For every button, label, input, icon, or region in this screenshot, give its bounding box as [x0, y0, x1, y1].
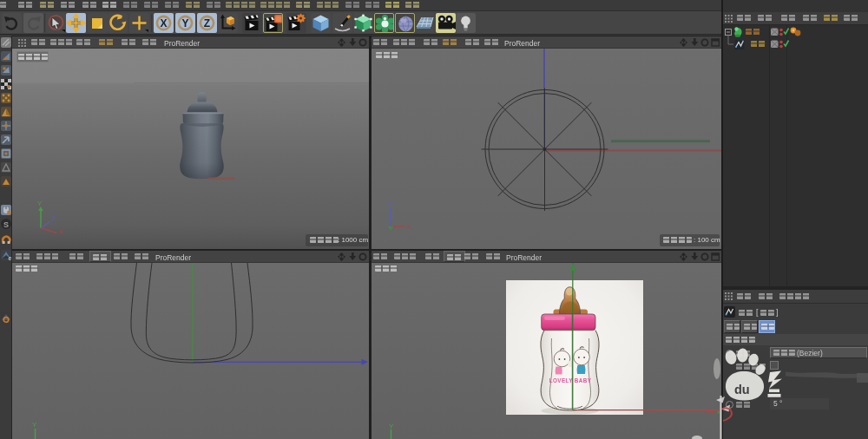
- svg-text:Z: Z: [51, 214, 56, 222]
- svg-text:Z: Z: [204, 17, 210, 29]
- svg-text:X: X: [160, 17, 167, 29]
- svg-text:X: X: [59, 228, 64, 236]
- svg-text:Y: Y: [32, 421, 37, 429]
- svg-text:Y: Y: [389, 423, 394, 430]
- svg-text:Y: Y: [37, 200, 43, 207]
- svg-text:Z: Z: [387, 200, 391, 207]
- svg-text:X: X: [406, 223, 411, 231]
- svg-text:S: S: [3, 220, 9, 229]
- svg-text:LOVELY BABY: LOVELY BABY: [549, 377, 592, 383]
- svg-text:e: e: [9, 255, 12, 261]
- svg-text:Y: Y: [181, 17, 188, 29]
